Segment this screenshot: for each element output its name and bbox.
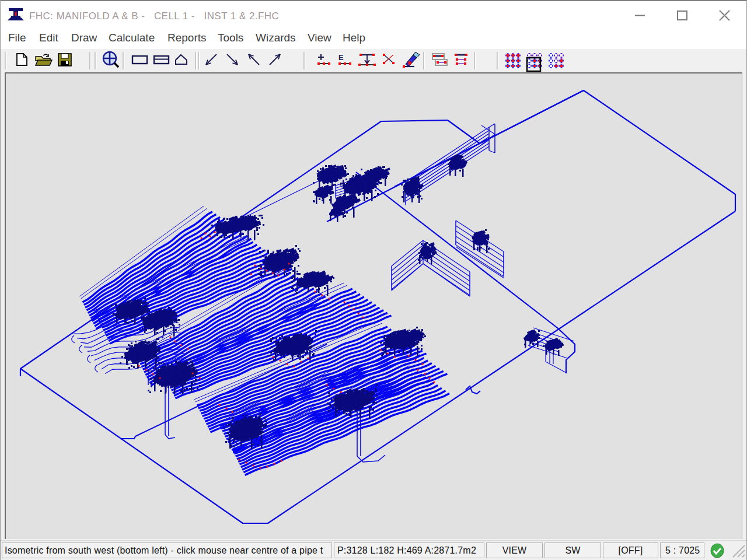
- svg-text:E: E: [338, 53, 344, 62]
